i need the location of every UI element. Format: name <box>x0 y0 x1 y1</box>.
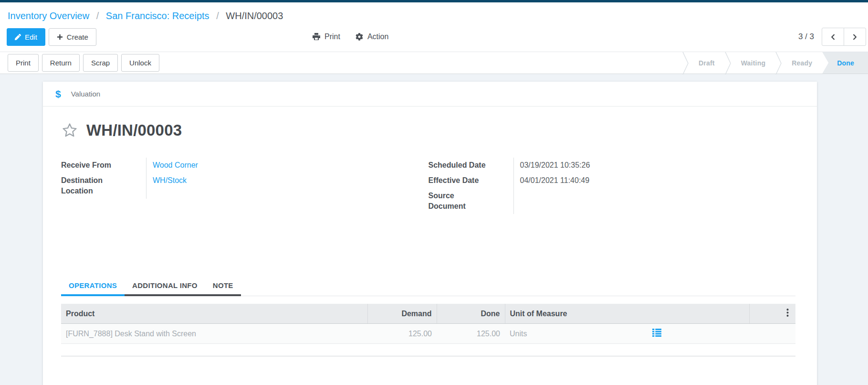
action-menu-button[interactable]: Action <box>356 32 388 41</box>
status-separator-icon <box>775 52 782 74</box>
status-draft[interactable]: Draft <box>689 52 725 74</box>
edit-button-label: Edit <box>25 32 37 42</box>
field-label-text: Receive From <box>61 160 111 171</box>
page-background: $ Valuation WH/IN/00003 Receive From Woo… <box>0 74 868 385</box>
breadcrumb-current: WH/IN/00003 <box>226 11 283 21</box>
create-button-label: Create <box>67 32 88 42</box>
pager: 3 / 3 <box>798 28 867 46</box>
column-header-done[interactable]: Done <box>437 304 505 324</box>
status-separator-icon <box>725 52 731 74</box>
form-card: $ Valuation WH/IN/00003 Receive From Woo… <box>43 82 817 385</box>
date-value: 04/01/2021 11:40:49 <box>520 176 590 184</box>
cell-done: 125.00 <box>437 324 505 344</box>
list-icon <box>652 329 661 337</box>
cell-product: [FURN_7888] Desk Stand with Screen <box>61 324 367 344</box>
breadcrumb-link-receipts[interactable]: San Francisco: Receipts <box>106 11 209 21</box>
field-label-effective-date: Effective Date <box>429 173 513 188</box>
field-group-right: Scheduled Date 03/19/2021 10:35:26 Effec… <box>429 158 796 214</box>
field-label-text: Source Document <box>429 191 490 212</box>
print-menu-label: Print <box>324 32 340 41</box>
field-label-text: Effective Date <box>429 175 479 186</box>
field-value-scheduled-date: 03/19/2021 10:35:26 <box>513 158 796 173</box>
partner-link[interactable]: Wood Corner <box>153 161 198 169</box>
field-label-text: Scheduled Date <box>429 160 486 171</box>
pencil-icon <box>15 34 21 40</box>
tab-additional-info[interactable]: ADDITIONAL INFO <box>125 277 205 296</box>
column-header-demand[interactable]: Demand <box>367 304 437 324</box>
cell-empty <box>749 324 795 344</box>
print-menu-button[interactable]: Print <box>313 32 340 41</box>
pager-buttons <box>822 28 866 46</box>
kebab-icon <box>786 309 789 317</box>
control-panel-buttons: Edit Create <box>7 28 96 46</box>
field-label-receive-from: Receive From <box>61 158 146 173</box>
star-icon <box>61 122 78 139</box>
field-groups: Receive From Wood Corner Destination Loc… <box>61 158 795 214</box>
breadcrumb-separator: / <box>216 11 219 21</box>
field-label-destination-location: Destination Location <box>61 173 146 199</box>
plus-icon <box>57 34 63 40</box>
operations-table: Product Demand Done Unit of Measure <box>61 304 795 344</box>
table-row[interactable]: [FURN_7888] Desk Stand with Screen 125.0… <box>61 324 795 344</box>
status-bar: Draft Waiting Ready Done <box>682 52 868 74</box>
unlock-button[interactable]: Unlock <box>121 54 159 72</box>
field-value-effective-date: 04/01/2021 11:40:49 <box>513 173 796 188</box>
chevron-left-icon <box>829 33 837 41</box>
print-button[interactable]: Print <box>8 54 39 72</box>
field-value-receive-from: Wood Corner <box>146 158 429 173</box>
field-label-text: Destination Location <box>61 175 122 196</box>
printer-icon <box>313 33 320 41</box>
status-waiting[interactable]: Waiting <box>731 52 775 74</box>
breadcrumb-separator: / <box>96 11 99 21</box>
status-done-active[interactable]: Done <box>822 52 868 74</box>
tab-operations[interactable]: OPERATIONS <box>61 277 125 296</box>
scrap-button[interactable]: Scrap <box>83 54 118 72</box>
action-menu-label: Action <box>367 32 388 41</box>
table-bottom-divider <box>61 356 795 356</box>
return-button[interactable]: Return <box>42 54 80 72</box>
cell-uom: Units <box>505 324 642 344</box>
cell-demand: 125.00 <box>367 324 437 344</box>
breadcrumb-link-inventory-overview[interactable]: Inventory Overview <box>8 11 89 21</box>
column-header-uom[interactable]: Unit of Measure <box>505 304 642 324</box>
pager-count: 3 / 3 <box>798 32 814 42</box>
table-header-row: Product Demand Done Unit of Measure <box>61 304 795 324</box>
field-label-source-document: Source Document <box>429 188 513 214</box>
title-row: WH/IN/00003 <box>61 121 795 139</box>
form-toolbar: Print Return Scrap Unlock Draft Waiting … <box>0 52 868 74</box>
stat-button-box: $ Valuation <box>43 82 817 107</box>
status-ready[interactable]: Ready <box>782 52 822 74</box>
chevron-right-icon <box>851 33 858 41</box>
valuation-button[interactable]: $ Valuation <box>43 82 113 106</box>
location-link[interactable]: WH/Stock <box>153 176 187 184</box>
detailed-operations-button[interactable] <box>652 329 661 337</box>
field-value-source-document <box>513 188 796 214</box>
pager-previous-button[interactable] <box>822 28 844 46</box>
column-header-spacer <box>642 304 749 324</box>
column-header-product[interactable]: Product <box>61 304 367 324</box>
date-value: 03/19/2021 10:35:26 <box>520 161 590 169</box>
tab-note[interactable]: NOTE <box>205 277 241 296</box>
dollar-icon: $ <box>55 88 61 100</box>
form-sheet: WH/IN/00003 Receive From Wood Corner Des… <box>43 121 817 356</box>
notebook-tabs: OPERATIONS ADDITIONAL INFO NOTE <box>61 277 795 296</box>
status-separator-icon <box>682 52 689 74</box>
edit-button[interactable]: Edit <box>7 28 45 46</box>
control-panel-menus: Print Action <box>313 32 388 41</box>
field-label-scheduled-date: Scheduled Date <box>429 158 513 173</box>
field-value-destination-location: WH/Stock <box>146 173 429 199</box>
record-title: WH/IN/00003 <box>86 121 182 139</box>
pager-next-button[interactable] <box>844 28 866 46</box>
form-action-buttons: Print Return Scrap Unlock <box>8 54 159 72</box>
field-group-left: Receive From Wood Corner Destination Loc… <box>61 158 429 214</box>
cell-detailed-operations <box>642 324 749 344</box>
breadcrumb: Inventory Overview / San Francisco: Rece… <box>0 2 868 23</box>
gear-icon <box>356 33 363 41</box>
valuation-button-label: Valuation <box>71 90 100 98</box>
optional-columns-toggle[interactable] <box>749 304 795 324</box>
favorite-toggle[interactable] <box>61 122 78 139</box>
control-panel: Edit Create Print Action 3 / 3 <box>0 23 868 52</box>
create-button[interactable]: Create <box>49 28 96 46</box>
